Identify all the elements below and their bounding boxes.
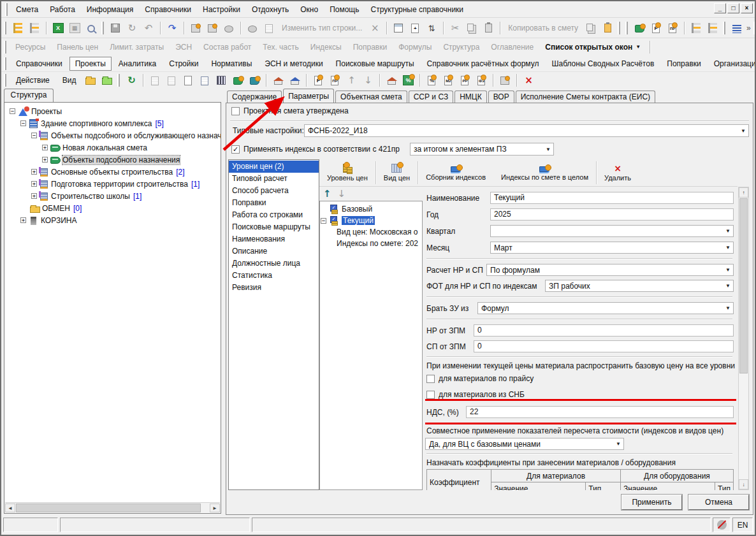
index-collection-button[interactable]: Сборник индексов bbox=[418, 159, 493, 186]
percent-icon[interactable]: % bbox=[424, 73, 439, 88]
scroll-left-icon[interactable]: ◄ bbox=[5, 503, 15, 512]
expand-icon[interactable]: + bbox=[42, 157, 48, 163]
fz-icon[interactable]: ФЗ bbox=[474, 73, 489, 88]
section-poiskovye-marshruty[interactable]: Поисковые маршруты bbox=[330, 57, 420, 71]
tree-item-building[interactable]: − Здание спортивного комплекса [5] bbox=[4, 117, 221, 129]
toolbar-grip[interactable] bbox=[101, 22, 104, 34]
folder-collapse-icon[interactable] bbox=[99, 73, 115, 88]
structure-tree-icon[interactable] bbox=[10, 20, 25, 36]
menu-otdohnut[interactable]: Отдохнуть bbox=[246, 3, 294, 17]
month-combo[interactable]: Март ▼ bbox=[490, 242, 734, 254]
excel-export-icon[interactable]: X bbox=[50, 20, 66, 36]
toolbar-grip[interactable] bbox=[618, 22, 620, 34]
expand-icon[interactable]: + bbox=[31, 193, 37, 199]
menu-pomosch[interactable]: Помощь bbox=[324, 3, 365, 17]
approved-checkbox[interactable] bbox=[231, 107, 240, 115]
calculator-icon[interactable] bbox=[391, 20, 406, 36]
delete-level-button[interactable]: × Удалить bbox=[597, 159, 639, 186]
save-icon[interactable] bbox=[108, 20, 123, 36]
level-item-current[interactable]: − Текущий bbox=[320, 215, 422, 226]
toolbar-grip[interactable] bbox=[4, 41, 6, 54]
joint-combo[interactable]: Да, для ВЦ с базовыми ценами ▼ bbox=[425, 438, 624, 450]
category-opisanie[interactable]: Описание bbox=[229, 245, 319, 257]
insert-list-icon[interactable] bbox=[729, 20, 745, 36]
menu-nastroyki[interactable]: Настройки bbox=[197, 3, 246, 17]
menu-okno[interactable]: Окно bbox=[294, 3, 324, 17]
folder-up-icon[interactable] bbox=[83, 73, 98, 88]
snb-materials-checkbox[interactable] bbox=[426, 391, 435, 399]
section-spravochniki[interactable]: Справочники bbox=[10, 57, 68, 71]
tree-item-territory-prep[interactable]: + Подготовка территории строительства [1… bbox=[4, 178, 221, 190]
add-structure-icon[interactable] bbox=[27, 20, 42, 36]
estimate-indexes-button[interactable]: Индексы по смете в целом bbox=[493, 159, 596, 186]
tab-obektnaya-smeta[interactable]: Объектная смета bbox=[335, 91, 407, 103]
year-input[interactable]: 2025 bbox=[490, 208, 734, 221]
scroll-down-icon[interactable]: ↓ bbox=[739, 479, 748, 489]
comment-icon[interactable] bbox=[221, 20, 236, 36]
quarter-combo[interactable]: ▼ bbox=[490, 225, 734, 237]
tree-item-korzina[interactable]: + КОРЗИНА bbox=[4, 214, 221, 226]
category-sposob-rascheta[interactable]: Способ расчета bbox=[229, 185, 319, 197]
category-rabota-so-strokami[interactable]: Работа со строками bbox=[229, 209, 319, 221]
sp-zpm-input[interactable]: 0 bbox=[474, 340, 734, 352]
toolbar-grip[interactable] bbox=[4, 57, 6, 70]
house-blue-icon[interactable] bbox=[287, 73, 302, 88]
toolbar-grip[interactable] bbox=[117, 74, 120, 87]
scroll-up-icon[interactable]: ↑ bbox=[739, 187, 748, 198]
section-esn-i-metodiki[interactable]: ЭСН и методики bbox=[259, 57, 328, 71]
refresh-icon[interactable]: ↻ bbox=[124, 20, 140, 36]
row-type-2-icon[interactable] bbox=[205, 20, 220, 36]
more-tools-chevron-icon[interactable]: » bbox=[746, 24, 751, 33]
section-popravki[interactable]: Поправки bbox=[661, 57, 706, 71]
pp-icon[interactable]: РР bbox=[457, 73, 472, 88]
category-dolzhnostnye-lica[interactable]: Должностные лица bbox=[229, 257, 319, 270]
resource-page-icon[interactable]: Р bbox=[648, 20, 664, 36]
toolbar-grip[interactable] bbox=[4, 22, 6, 34]
collapse-icon[interactable]: − bbox=[20, 120, 26, 126]
menu-strukturnye-spravochniki[interactable]: Структурные справочники bbox=[365, 3, 469, 17]
menu-vid[interactable]: Вид bbox=[57, 73, 82, 87]
apply-indexes-mode-combo[interactable]: за итогом к элементам ПЗ ▼ bbox=[410, 143, 554, 156]
price-level-button[interactable]: Уровень цен bbox=[319, 159, 375, 186]
paste-clipboard-icon[interactable] bbox=[600, 20, 615, 36]
expand-icon[interactable]: + bbox=[20, 217, 26, 223]
name-input[interactable]: Текущий bbox=[490, 192, 734, 204]
category-popravki[interactable]: Поправки bbox=[229, 197, 319, 209]
expand-icon[interactable]: + bbox=[31, 181, 37, 187]
section-shablony-svodnyh[interactable]: Шаблоны Сводных Расчётов bbox=[546, 57, 660, 71]
tree-item-obmen[interactable]: ОБМЕН [0] bbox=[4, 202, 221, 214]
restore-button[interactable]: □ bbox=[727, 3, 739, 13]
tree-item-projects[interactable]: − Проекты bbox=[4, 105, 221, 117]
vat-input[interactable]: 22 bbox=[466, 406, 734, 418]
house-orange-icon[interactable] bbox=[270, 73, 286, 88]
percent-sheet-icon[interactable]: % bbox=[400, 73, 416, 88]
tab-ssr-i-sz[interactable]: ССР и СЗ bbox=[409, 91, 454, 103]
tab-ispolnenie-eis[interactable]: Исполнение Сметы контракта (ЕИС) bbox=[516, 91, 655, 103]
nrsp-combo[interactable]: По формулам ▼ bbox=[486, 264, 734, 276]
book-teal-gear-icon[interactable] bbox=[247, 73, 262, 88]
fot-combo[interactable]: ЗП рабочих ▼ bbox=[545, 280, 734, 292]
category-reviziya[interactable]: Ревизия bbox=[229, 282, 319, 294]
menu-rabota[interactable]: Работа bbox=[44, 3, 81, 17]
tab-structure[interactable]: Структура bbox=[4, 89, 54, 102]
delete-node-icon[interactable]: × bbox=[521, 73, 536, 88]
norm-base-settings-icon[interactable] bbox=[632, 20, 647, 36]
scrollbar-thumb[interactable] bbox=[739, 198, 748, 373]
tree-item-new-estimate[interactable]: + Новая локальная смета bbox=[4, 141, 221, 154]
insert-page-icon[interactable]: + bbox=[407, 20, 423, 36]
scrollbar-thumb[interactable] bbox=[16, 503, 201, 512]
resource-r-icon[interactable]: Р bbox=[310, 73, 326, 88]
collapse-icon[interactable]: − bbox=[10, 108, 15, 114]
m2-icon[interactable]: М2 bbox=[440, 73, 456, 88]
price-pr-icon[interactable]: ПР bbox=[327, 73, 342, 88]
notifications-muted-indicator[interactable] bbox=[713, 518, 731, 532]
apply-indexes-checkbox[interactable]: ✓ bbox=[231, 145, 240, 154]
sort-rows-icon[interactable]: ⇅ bbox=[424, 20, 439, 36]
toolbar-grip[interactable] bbox=[625, 22, 628, 34]
section-normativy[interactable]: Нормативы bbox=[205, 57, 258, 71]
category-naimenovaniya[interactable]: Наименования bbox=[229, 233, 319, 245]
close-button[interactable]: × bbox=[741, 3, 753, 13]
category-tipovoy-raschet[interactable]: Типовой расчет bbox=[229, 173, 319, 185]
section-proekty[interactable]: Проекты bbox=[69, 57, 112, 71]
section-stroyki[interactable]: Стройки bbox=[163, 57, 204, 71]
